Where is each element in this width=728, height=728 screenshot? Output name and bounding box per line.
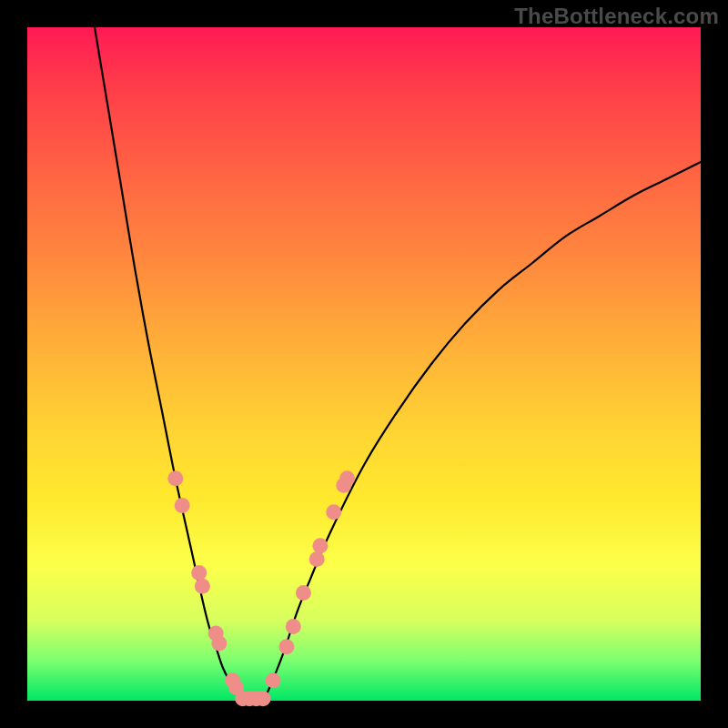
curve-left-curve <box>95 27 243 701</box>
marker-point <box>286 619 301 634</box>
chart-frame: TheBottleneck.com <box>0 0 728 728</box>
marker-point <box>191 565 207 581</box>
marker-point <box>256 691 271 706</box>
marker-point <box>195 579 210 594</box>
marker-point <box>326 504 341 520</box>
chart-plot-area <box>27 27 701 701</box>
marker-point <box>278 639 294 654</box>
marker-point <box>312 538 328 553</box>
watermark-text: TheBottleneck.com <box>514 4 719 29</box>
marker-point <box>266 672 281 688</box>
chart-overlay-svg <box>27 27 701 701</box>
marker-point <box>167 470 183 486</box>
marker-point <box>211 636 227 652</box>
chart-curves <box>95 27 701 701</box>
marker-point <box>309 551 325 567</box>
marker-point <box>296 585 311 601</box>
chart-markers <box>167 470 355 706</box>
marker-point <box>339 470 355 486</box>
curve-right-curve <box>263 162 701 701</box>
marker-point <box>175 498 190 513</box>
